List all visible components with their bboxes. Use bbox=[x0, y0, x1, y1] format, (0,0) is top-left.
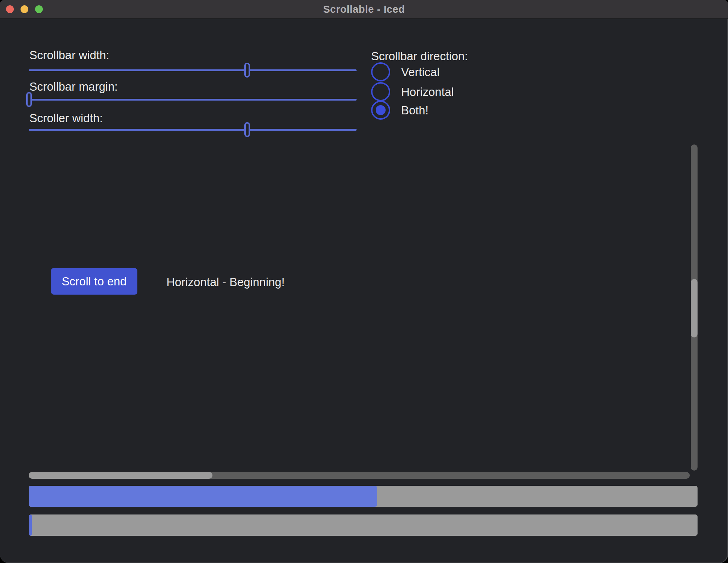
scroller-width-slider[interactable] bbox=[29, 122, 357, 137]
radio-horizontal-label[interactable]: Horizontal bbox=[401, 85, 454, 99]
radio-vertical-label[interactable]: Vertical bbox=[401, 66, 439, 79]
slider-handle[interactable] bbox=[26, 92, 32, 107]
scroll-status-text: Horizontal - Beginning! bbox=[166, 275, 285, 289]
radio-circle-icon[interactable] bbox=[371, 62, 390, 81]
progress-fill bbox=[29, 514, 32, 536]
scrollbar-margin-slider[interactable] bbox=[29, 92, 357, 107]
traffic-lights bbox=[6, 5, 43, 13]
radio-circle-icon[interactable] bbox=[371, 101, 390, 120]
radio-dot-icon bbox=[376, 105, 386, 115]
window-title: Scrollable - Iced bbox=[323, 4, 405, 15]
slider-rail[interactable] bbox=[29, 69, 357, 71]
close-button[interactable] bbox=[6, 5, 14, 13]
minimize-button[interactable] bbox=[21, 5, 28, 13]
slider-rail[interactable] bbox=[29, 129, 357, 131]
scrollbar-width-label: Scrollbar width: bbox=[29, 49, 109, 62]
vertical-scrollbar-thumb[interactable] bbox=[691, 279, 698, 337]
progress-fill bbox=[29, 486, 377, 507]
scrollbar-width-slider[interactable] bbox=[29, 63, 357, 78]
radio-circle-icon[interactable] bbox=[371, 82, 390, 101]
scroll-to-end-button[interactable]: Scroll to end bbox=[51, 268, 137, 295]
vertical-scroll-progress-bar bbox=[29, 486, 698, 507]
titlebar: Scrollable - Iced bbox=[0, 0, 728, 19]
horizontal-scrollbar-thumb[interactable] bbox=[29, 472, 212, 479]
scrollbar-margin-label: Scrollbar margin: bbox=[29, 80, 118, 93]
horizontal-scroll-progress-bar bbox=[29, 514, 698, 536]
horizontal-scrollbar[interactable] bbox=[29, 472, 690, 479]
slider-handle[interactable] bbox=[244, 122, 250, 137]
zoom-button[interactable] bbox=[35, 5, 43, 13]
scrollbar-direction-label: Scrollbar direction: bbox=[371, 50, 468, 63]
slider-handle[interactable] bbox=[244, 63, 250, 78]
slider-rail[interactable] bbox=[29, 99, 357, 101]
app-window: Scrollable - Iced Scrollbar width: Scrol… bbox=[0, 0, 728, 563]
vertical-scrollbar[interactable] bbox=[691, 144, 698, 471]
radio-both-label[interactable]: Both! bbox=[401, 104, 428, 117]
